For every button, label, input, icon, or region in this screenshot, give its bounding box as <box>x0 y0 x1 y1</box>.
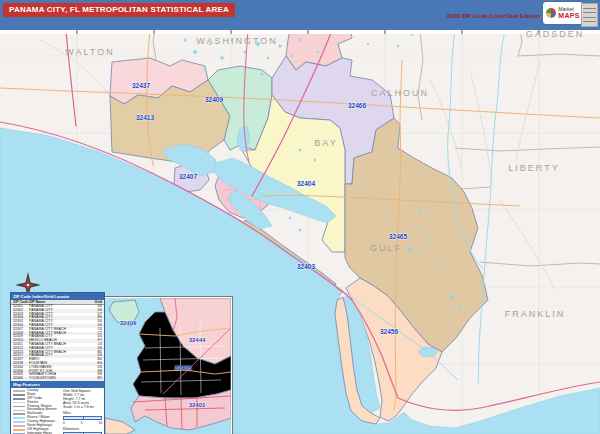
kilometers-label: Kilometers <box>63 427 102 431</box>
scalebar-kilometers: Kilometers 0 8 16 <box>63 427 102 434</box>
zip-label-32404: 32404 <box>297 180 315 187</box>
county-label-walton: WALTON <box>65 47 114 57</box>
brand-logo: Market MAPS <box>543 2 583 24</box>
inset-zip-label-32401: 32401 <box>189 402 206 408</box>
zip-label-32437: 32437 <box>132 82 150 89</box>
county-label-gadsden: GADSDEN <box>526 29 585 39</box>
zip-label-32466: 32466 <box>348 102 366 109</box>
zip-label-32465: 32465 <box>389 233 407 240</box>
zip-label-32403: 32403 <box>297 263 315 270</box>
globe-icon <box>546 8 556 18</box>
map-document: WALTON WASHINGTON GADSDEN CALHOUN LIBERT… <box>0 0 600 434</box>
legend-panel: ZIP Code Index/Grid Locator ZIP Code ZIP… <box>10 292 105 434</box>
zip-label-32407: 32407 <box>179 173 197 180</box>
scale-info-lines: One Grid Square:Width: 7.7 miHeight: 7.7… <box>63 389 102 409</box>
zip-label-32413: 32413 <box>136 114 154 121</box>
map-features-title: Map Features <box>11 381 104 388</box>
map-frame <box>0 30 600 34</box>
scalebar-miles: Miles 0 5 10 <box>63 411 102 425</box>
inset-map <box>105 298 231 434</box>
county-label-liberty: LIBERTY <box>508 163 559 173</box>
miles-label: Miles <box>63 411 102 415</box>
brand-line2: MAPS <box>558 12 579 19</box>
inset-map-panel: 32409 32444 32405 32401 <box>103 296 233 434</box>
county-label-gulf: GULF <box>370 243 402 253</box>
inset-zip-label-32409: 32409 <box>120 320 137 326</box>
map-features-list: CountyStateZIP CodeStreetsPrimary Street… <box>13 389 61 434</box>
zip-label-32409: 32409 <box>205 96 223 103</box>
county-label-franklin: FRANKLIN <box>505 309 566 319</box>
edition-label: 2020 ZIP Code ColorCast Edition <box>447 13 540 19</box>
header-bar: PANAMA CITY, FL METROPOLITAN STATISTICAL… <box>0 0 600 30</box>
inset-zip-label-32444: 32444 <box>189 337 206 343</box>
scale-info: One Grid Square:Width: 7.7 miHeight: 7.7… <box>63 389 102 434</box>
county-label-bay: BAY <box>314 138 337 148</box>
zip-index-title: ZIP Code Index/Grid Locator <box>11 293 104 300</box>
zip-index-table: 32401PANAMA CITYD632402PANAMA CITYD63240… <box>11 305 104 381</box>
zip-index-row: 32466YOUNGSTOWNE5 <box>11 377 104 381</box>
logo-side-box <box>581 3 598 27</box>
county-label-washington: WASHINGTON <box>196 36 278 46</box>
zip-label-32456: 32456 <box>380 328 398 335</box>
inset-zip-label-32405: 32405 <box>175 365 192 371</box>
page-title: PANAMA CITY, FL METROPOLITAN STATISTICAL… <box>3 3 235 17</box>
county-label-calhoun: CALHOUN <box>371 88 429 98</box>
